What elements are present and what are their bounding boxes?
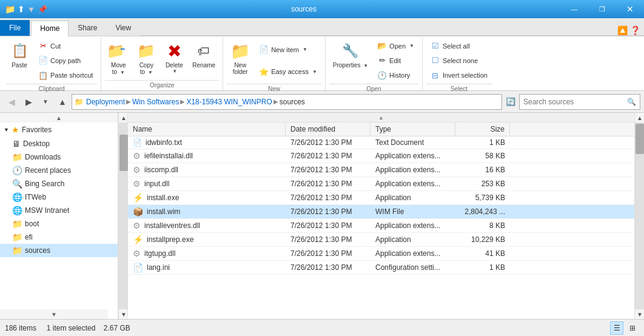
table-row[interactable]: ⚡ install.exe 7/26/2012 1:30 PM Applicat… xyxy=(128,191,634,205)
maximize-button[interactable]: ❐ xyxy=(588,0,616,18)
invert-selection-button[interactable]: ⊟ Invert selection xyxy=(426,69,492,82)
tab-home[interactable]: Home xyxy=(31,21,69,36)
large-icons-view-button[interactable]: ⊞ xyxy=(626,321,639,335)
nav-item-label: Downloads xyxy=(25,153,61,161)
tab-file[interactable]: File xyxy=(0,20,30,36)
table-row[interactable]: ⚙ iiscomp.dll 7/26/2012 1:30 PM Applicat… xyxy=(128,163,634,177)
tab-share[interactable]: Share xyxy=(69,20,106,36)
itweb-icon: 🌐 xyxy=(12,192,22,202)
nav-scroll-arrow-down[interactable]: ▼ xyxy=(119,309,129,319)
search-box[interactable]: 🔍 xyxy=(519,94,640,110)
nav-item-mswintranet[interactable]: 🌐 MSW Intranet xyxy=(0,204,118,217)
move-to-button[interactable]: 📁 ⬅ Moveto ▼ xyxy=(105,39,132,78)
paste-button[interactable]: 📋 Paste xyxy=(6,39,33,71)
col-header-type[interactable]: Type xyxy=(371,123,455,136)
nav-scroll-track[interactable] xyxy=(119,123,129,309)
table-row[interactable]: ⚡ installprep.exe 7/26/2012 1:30 PM Appl… xyxy=(128,233,634,247)
col-header-name[interactable]: Name xyxy=(128,123,286,136)
open-button[interactable]: 📂 Open ▼ xyxy=(373,39,418,53)
favorites-header[interactable]: ▼ ★ Favorites xyxy=(0,123,118,137)
file-scroll-arrow-up[interactable]: ▲ xyxy=(635,113,644,123)
quick-access-undo[interactable]: ⬆ xyxy=(18,4,25,14)
file-scrollbar: ▲ ▼ xyxy=(634,113,644,319)
status-bar: 186 items 1 item selected 2.67 GB ☰ ⊞ xyxy=(0,319,644,336)
breadcrumb-x18[interactable]: X18-15943 WIN_WINPRO xyxy=(186,98,272,106)
table-row[interactable]: ⚙ installeventres.dll 7/26/2012 1:30 PM … xyxy=(128,219,634,233)
table-row[interactable]: 📄 lang.ini 7/26/2012 1:30 PM Configurati… xyxy=(128,261,634,275)
nav-item-downloads[interactable]: 📁 Downloads xyxy=(0,150,118,164)
help-icon[interactable]: ❓ xyxy=(630,25,640,35)
nav-scroll-down[interactable]: ▼ xyxy=(0,309,108,319)
new-item-button[interactable]: 📄 New item ▼ xyxy=(255,43,321,56)
nav-item-label: MSW Intranet xyxy=(25,206,69,215)
file-type-cell: Application extens... xyxy=(371,247,455,260)
paste-shortcut-button[interactable]: 📋 Paste shortcut xyxy=(34,69,97,82)
quick-access-pin[interactable]: 📌 xyxy=(38,5,47,14)
nav-item-itweb[interactable]: 🌐 ITWeb xyxy=(0,190,118,204)
breadcrumb-winsoftwares[interactable]: Win Softwares xyxy=(132,98,179,106)
nav-up-icon[interactable]: 🔼 xyxy=(617,25,628,35)
copy-path-button[interactable]: 📄 Copy path xyxy=(34,54,97,67)
edit-button[interactable]: ✏ Edit xyxy=(373,54,418,67)
table-row[interactable]: 📦 install.wim 7/26/2012 1:30 PM WIM File… xyxy=(128,205,634,219)
nav-item-label: Recent places xyxy=(25,166,71,175)
col-header-date[interactable]: Date modified xyxy=(286,123,371,136)
nav-item-desktop[interactable]: 🖥 Desktop xyxy=(0,137,118,150)
details-view-button[interactable]: ☰ xyxy=(610,321,623,335)
nav-item-recent[interactable]: 🕐 Recent places xyxy=(0,164,118,177)
file-scroll-thumb[interactable] xyxy=(636,124,644,154)
select-all-button[interactable]: ☑ Select all xyxy=(426,39,492,53)
history-button[interactable]: 🕐 History xyxy=(373,69,418,82)
wim-file-icon: 📦 xyxy=(133,207,143,217)
table-row[interactable]: 📄 idwbinfo.txt 7/26/2012 1:30 PM Text Do… xyxy=(128,136,634,149)
table-row[interactable]: ⚙ iefileinstallai.dll 7/26/2012 1:30 PM … xyxy=(128,149,634,163)
new-label: New xyxy=(227,84,321,94)
folder-icon: 📁 xyxy=(5,4,15,14)
dll-file-icon: ⚙ xyxy=(133,165,141,175)
file-scroll-arrow-down[interactable]: ▼ xyxy=(635,309,644,319)
nav-item-boot[interactable]: 📁 boot xyxy=(0,217,118,230)
up-directory-button[interactable]: ▲ xyxy=(55,95,70,109)
col-header-size[interactable]: Size xyxy=(455,123,510,136)
nav-item-efi[interactable]: 📁 efi xyxy=(0,230,118,244)
breadcrumb[interactable]: 📁 Deployment ▶ Win Softwares ▶ X18-15943… xyxy=(72,94,502,110)
nav-scroll-thumb[interactable] xyxy=(119,135,128,171)
file-name-cell: 📄 idwbinfo.txt xyxy=(128,136,286,149)
recent-icon: 🕐 xyxy=(12,166,22,175)
organize-content: 📁 ⬅ Moveto ▼ 📁 Copyto ▼ ✖ Delete ▼ 🏷 Ren… xyxy=(105,39,219,79)
select-none-button[interactable]: ☐ Select none xyxy=(426,54,492,67)
properties-button[interactable]: 🔧 Properties ▼ xyxy=(329,39,372,71)
search-icon: 🔍 xyxy=(627,98,636,106)
table-row[interactable]: ⚙ input.dll 7/26/2012 1:30 PM Applicatio… xyxy=(128,177,634,191)
nav-item-bing[interactable]: 🔍 Bing Search xyxy=(0,177,118,190)
copy-to-button[interactable]: 📁 Copyto ▼ xyxy=(133,39,159,78)
file-size-cell: 253 KB xyxy=(455,178,510,190)
status-info: 186 items 1 item selected 2.67 GB xyxy=(5,324,130,332)
title-bar-icons: 📁 ⬆ ▼ 📌 xyxy=(5,4,47,14)
file-size-cell: 5,739 KB xyxy=(455,192,510,204)
title-bar: 📁 ⬆ ▼ 📌 sources — ❐ ✕ xyxy=(0,0,644,18)
refresh-button[interactable]: 🔄 xyxy=(503,95,518,109)
quick-access-redo[interactable]: ▼ xyxy=(27,5,35,14)
search-input[interactable] xyxy=(523,98,627,106)
recent-locations-button[interactable]: ▼ xyxy=(38,95,53,109)
close-button[interactable]: ✕ xyxy=(616,0,644,18)
new-folder-button[interactable]: 📁 Newfolder xyxy=(227,39,253,78)
delete-button[interactable]: ✖ Delete ▼ xyxy=(161,39,187,76)
table-row[interactable]: ⚙ itgtupg.dll 7/26/2012 1:30 PM Applicat… xyxy=(128,247,634,261)
nav-item-sources[interactable]: 📁 sources xyxy=(0,244,118,257)
tab-view[interactable]: View xyxy=(106,20,140,36)
selected-count: 1 item selected xyxy=(47,324,96,332)
nav-scroll-up[interactable]: ▲ xyxy=(0,113,118,123)
easy-access-button[interactable]: ⭐ Easy access ▼ xyxy=(255,65,321,78)
breadcrumb-deployment[interactable]: Deployment xyxy=(86,98,125,106)
minimize-button[interactable]: — xyxy=(560,0,588,18)
address-bar: ◀ ▶ ▼ ▲ 📁 Deployment ▶ Win Softwares ▶ X… xyxy=(0,91,644,113)
forward-button[interactable]: ▶ xyxy=(21,95,36,109)
rename-button[interactable]: 🏷 Rename xyxy=(189,39,219,71)
cut-button[interactable]: ✂ Cut xyxy=(34,39,97,53)
nav-scroll-arrow-up[interactable]: ▲ xyxy=(119,113,129,123)
back-button[interactable]: ◀ xyxy=(4,95,19,109)
open-content: 🔧 Properties ▼ 📂 Open ▼ ✏ Edit 🕐 History xyxy=(329,39,418,82)
file-scroll-track[interactable] xyxy=(635,123,644,309)
